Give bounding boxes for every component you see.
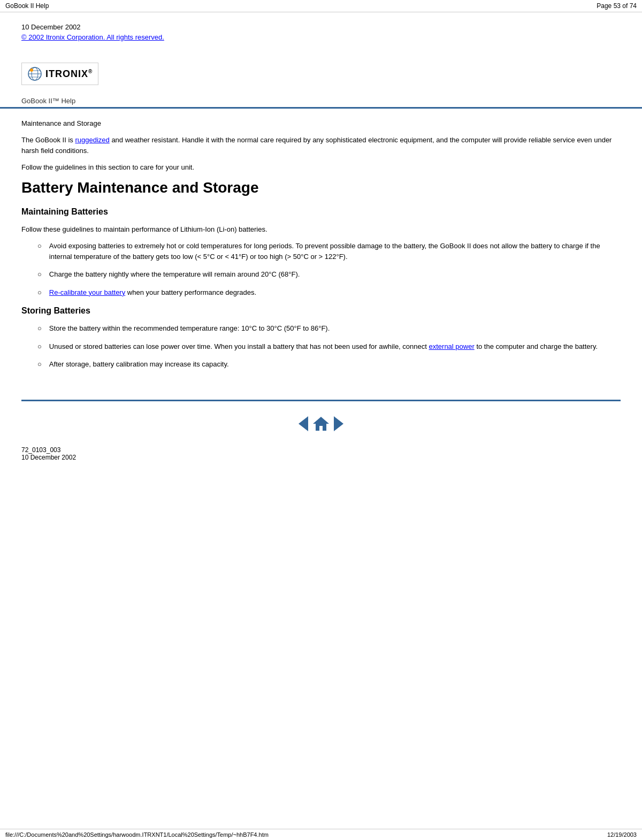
prev-button[interactable] — [299, 416, 308, 431]
top-bar: GoBook II Help Page 53 of 74 — [0, 0, 642, 12]
bottom-divider — [21, 400, 621, 401]
section2-title: Storing Batteries — [21, 306, 621, 316]
logo-section: ITRONIX® — [0, 47, 642, 95]
status-date: 12/19/2003 — [607, 831, 637, 838]
list-item: Unused or stored batteries can lose powe… — [21, 341, 621, 352]
logo-box: ITRONIX® — [21, 63, 98, 85]
header-date: 10 December 2002 — [21, 23, 621, 31]
list-item: Avoid exposing batteries to extremely ho… — [21, 241, 621, 262]
header-area: 10 December 2002 © 2002 Itronix Corporat… — [0, 12, 642, 47]
gobook-subtitle: GoBook II™ Help — [21, 97, 75, 105]
bullets2-list: Store the battery within the recommended… — [21, 323, 621, 370]
home-button[interactable] — [312, 415, 330, 432]
intro-paragraph: The GoBook II is ruggedized and weather … — [21, 135, 621, 156]
bullets1-list: Avoid exposing batteries to extremely ho… — [21, 241, 621, 297]
page-title: Battery Maintenance and Storage — [21, 179, 621, 196]
brand-name: ITRONIX® — [45, 68, 93, 80]
list-item: After storage, battery calibration may i… — [21, 359, 621, 370]
page-info: Page 53 of 74 — [597, 2, 637, 10]
copyright-line: © 2002 Itronix Corporation. All rights r… — [21, 33, 621, 41]
footer-area: 72_0103_003 10 December 2002 — [0, 441, 642, 467]
status-bar: file:///C:/Documents%20and%20Settings/ha… — [0, 829, 642, 840]
svg-point-5 — [30, 68, 33, 72]
list-item: Charge the battery nightly where the tem… — [21, 269, 621, 280]
nav-icons — [0, 407, 642, 441]
copyright-link[interactable]: © 2002 Itronix Corporation. All rights r… — [21, 33, 164, 41]
recalibrate-link[interactable]: Re-calibrate your battery — [49, 288, 125, 296]
bullet2-text: Charge the battery nightly where the tem… — [49, 269, 300, 280]
bullet1-text: Avoid exposing batteries to extremely ho… — [49, 241, 621, 262]
guidelines-paragraph: Follow the guidelines in this section to… — [21, 162, 621, 173]
section1-title: Maintaining Batteries — [21, 207, 621, 217]
maintenance-label: Maintenance and Storage — [21, 119, 621, 127]
footer-doc-number: 72_0103_003 — [21, 446, 621, 454]
list-item: Re-calibrate your battery when your batt… — [21, 287, 621, 298]
list-item: Store the battery within the recommended… — [21, 323, 621, 334]
bullet5-text: Unused or stored batteries can lose powe… — [49, 341, 598, 352]
ruggedized-link[interactable]: ruggedized — [75, 136, 109, 144]
bullet6-text: After storage, battery calibration may i… — [49, 359, 229, 370]
bullet4-text: Store the battery within the recommended… — [49, 323, 330, 334]
gobook-bar: GoBook II™ Help — [0, 95, 642, 109]
section1-intro: Follow these guidelines to maintain perf… — [21, 224, 621, 235]
next-button[interactable] — [334, 416, 343, 431]
footer-date: 10 December 2002 — [21, 454, 621, 461]
main-content: Maintenance and Storage The GoBook II is… — [0, 109, 642, 389]
app-title: GoBook II Help — [5, 2, 49, 10]
file-path: file:///C:/Documents%20and%20Settings/ha… — [5, 831, 269, 838]
svg-marker-6 — [313, 417, 329, 431]
itronix-globe-icon — [27, 66, 42, 81]
external-power-link[interactable]: external power — [429, 342, 474, 350]
bullet3-text: Re-calibrate your battery when your batt… — [49, 287, 256, 298]
